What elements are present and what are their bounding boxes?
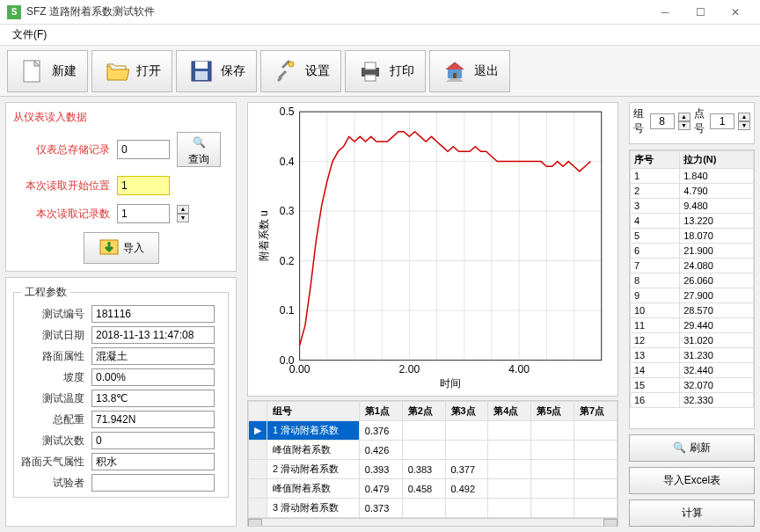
param-input-6[interactable]	[91, 432, 215, 449]
force-cell[interactable]: 32.070	[680, 378, 754, 393]
grid-cell[interactable]	[445, 499, 488, 518]
param-input-3[interactable]	[91, 368, 215, 386]
force-header[interactable]: 拉力(N)	[680, 151, 754, 169]
grid-header[interactable]: 第7点	[574, 402, 618, 421]
grid-cell[interactable]	[531, 460, 574, 479]
grid-cell[interactable]: 1 滑动附着系数	[267, 421, 360, 441]
table-row[interactable]: 826.060	[631, 273, 754, 288]
count-input[interactable]	[117, 204, 170, 223]
force-cell[interactable]: 29.440	[680, 318, 754, 333]
table-row[interactable]: 1129.440	[631, 318, 754, 333]
grid-cell[interactable]	[574, 499, 618, 518]
grid-cell[interactable]: ▶	[249, 421, 267, 441]
table-row[interactable]: ▶1 滑动附着系数0.376	[249, 421, 618, 441]
table-row[interactable]: 518.070	[631, 229, 754, 244]
force-cell[interactable]: 1.840	[680, 169, 754, 184]
grid-cell[interactable]: 0.426	[359, 441, 402, 460]
grid-cell[interactable]	[531, 441, 574, 460]
grid-header[interactable]: 第3点	[445, 402, 488, 421]
grid-cell[interactable]	[249, 460, 267, 479]
grid-cell[interactable]: 峰值附着系数	[267, 479, 360, 499]
force-cell[interactable]: 28.570	[680, 303, 754, 318]
table-row[interactable]: 峰值附着系数0.426	[249, 441, 618, 460]
group-spinner[interactable]: ▲▼	[678, 113, 691, 130]
grid-cell[interactable]: 2 滑动附着系数	[267, 460, 360, 479]
force-cell[interactable]: 15	[631, 378, 680, 393]
force-cell[interactable]: 6	[631, 244, 680, 259]
force-cell[interactable]: 12	[631, 333, 680, 348]
param-input-5[interactable]	[91, 411, 215, 428]
grid-cell[interactable]: 0.492	[445, 479, 488, 499]
result-grid[interactable]: 组号第1点第2点第3点第4点第5点第7点▶1 滑动附着系数0.376 峰值附着系…	[247, 400, 618, 527]
grid-cell[interactable]: 0.458	[402, 479, 445, 499]
point-input[interactable]	[710, 113, 734, 129]
grid-cell[interactable]	[402, 441, 445, 460]
force-cell[interactable]: 32.330	[680, 393, 754, 408]
param-input-4[interactable]	[91, 390, 215, 407]
grid-cell[interactable]	[249, 441, 267, 460]
force-header[interactable]: 序号	[631, 151, 680, 169]
force-cell[interactable]: 14	[631, 363, 680, 378]
grid-cell[interactable]: 峰值附着系数	[267, 441, 360, 460]
table-row[interactable]: 1532.070	[631, 378, 754, 393]
grid-cell[interactable]	[574, 441, 618, 460]
force-cell[interactable]: 7	[631, 259, 680, 273]
exit-button[interactable]: 退出	[429, 50, 510, 92]
grid-cell[interactable]	[249, 499, 267, 518]
force-cell[interactable]: 1	[631, 169, 680, 184]
grid-cell[interactable]	[445, 421, 488, 441]
grid-cell[interactable]: 0.393	[359, 460, 402, 479]
force-cell[interactable]: 4.790	[680, 184, 754, 199]
calc-button[interactable]: 计算	[629, 499, 755, 527]
new-button[interactable]: 新建	[7, 50, 88, 92]
table-row[interactable]: 927.900	[631, 288, 754, 303]
param-input-2[interactable]	[91, 347, 215, 365]
force-cell[interactable]: 5	[631, 229, 680, 244]
grid-header[interactable]: 第2点	[402, 402, 445, 421]
force-cell[interactable]: 11	[631, 318, 680, 333]
grid-cell[interactable]	[531, 479, 574, 499]
query-button[interactable]: 🔍 查询	[177, 132, 221, 167]
export-button[interactable]: 导入Excel表	[629, 467, 755, 494]
grid-cell[interactable]	[488, 421, 531, 441]
close-button[interactable]: ✕	[718, 2, 753, 23]
force-cell[interactable]: 2	[631, 184, 680, 199]
grid-cell[interactable]	[574, 479, 618, 499]
grid-cell[interactable]	[531, 499, 574, 518]
group-input[interactable]	[650, 113, 675, 129]
table-row[interactable]: 621.900	[631, 244, 754, 259]
grid-header[interactable]: 组号	[267, 402, 360, 421]
table-row[interactable]: 峰值附着系数0.4790.4580.492	[249, 479, 618, 499]
grid-cell[interactable]	[445, 441, 488, 460]
table-row[interactable]: 2 滑动附着系数0.3930.3830.377	[249, 460, 618, 479]
grid-cell[interactable]	[488, 499, 531, 518]
menu-file[interactable]: 文件(F)	[7, 26, 52, 44]
settings-button[interactable]: 设置	[260, 50, 341, 92]
grid-cell[interactable]: 0.376	[359, 421, 402, 441]
table-row[interactable]: 1632.330	[631, 393, 754, 408]
force-cell[interactable]: 24.080	[680, 259, 754, 273]
grid-header[interactable]	[249, 402, 267, 421]
force-cell[interactable]: 3	[631, 199, 680, 214]
force-cell[interactable]: 18.070	[680, 229, 754, 244]
save-button[interactable]: 保存	[176, 50, 257, 92]
grid-cell[interactable]	[574, 421, 618, 441]
force-cell[interactable]: 21.900	[680, 244, 754, 259]
force-cell[interactable]: 13	[631, 348, 680, 363]
grid-cell[interactable]: 0.383	[402, 460, 445, 479]
count-spinner[interactable]: ▲▼	[177, 205, 189, 222]
force-cell[interactable]: 13.220	[680, 214, 754, 229]
table-row[interactable]: 1331.230	[631, 348, 754, 363]
table-row[interactable]: 413.220	[631, 214, 754, 229]
param-input-1[interactable]	[91, 326, 215, 344]
force-cell[interactable]: 10	[631, 303, 680, 318]
grid-cell[interactable]	[574, 460, 618, 479]
print-button[interactable]: 打印	[345, 50, 426, 92]
param-input-7[interactable]	[91, 453, 215, 470]
param-input-0[interactable]	[91, 305, 215, 323]
table-row[interactable]: 24.790	[631, 184, 754, 199]
grid-cell[interactable]	[249, 479, 267, 499]
grid-cell[interactable]: 3 滑动附着系数	[267, 499, 360, 518]
point-spinner[interactable]: ▲▼	[738, 113, 750, 130]
grid-cell[interactable]	[402, 499, 445, 518]
